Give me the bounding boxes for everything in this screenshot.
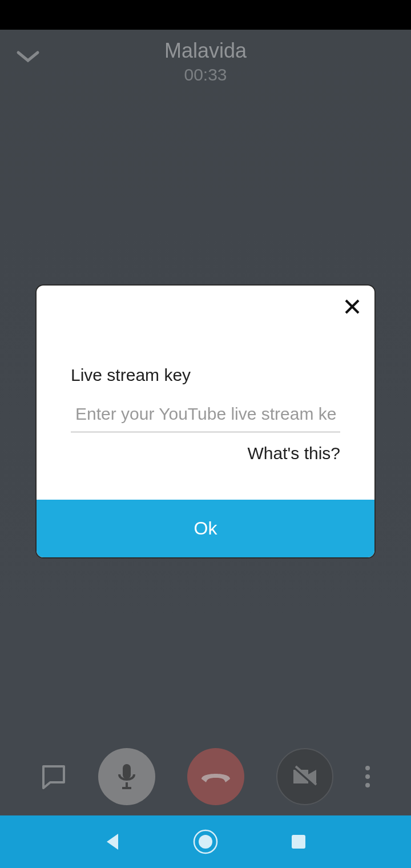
svg-rect-9 (292, 835, 305, 849)
navigation-bar (0, 815, 411, 868)
whats-this-link[interactable]: What's this? (71, 444, 340, 463)
stream-key-label: Live stream key (71, 365, 340, 385)
modal-body: Live stream key What's this? (37, 286, 374, 500)
svg-point-8 (199, 835, 212, 849)
status-bar (0, 0, 411, 30)
ok-button[interactable]: Ok (37, 500, 374, 557)
home-circle-icon (193, 829, 218, 854)
stream-key-input[interactable] (71, 404, 340, 432)
stream-key-modal: Live stream key What's this? Ok (35, 284, 376, 558)
close-icon (344, 298, 361, 315)
square-icon (291, 834, 307, 850)
back-icon (104, 833, 120, 851)
nav-back-button[interactable] (104, 833, 120, 851)
close-button[interactable] (344, 298, 361, 318)
nav-recent-button[interactable] (291, 834, 307, 850)
nav-home-button[interactable] (193, 829, 218, 854)
